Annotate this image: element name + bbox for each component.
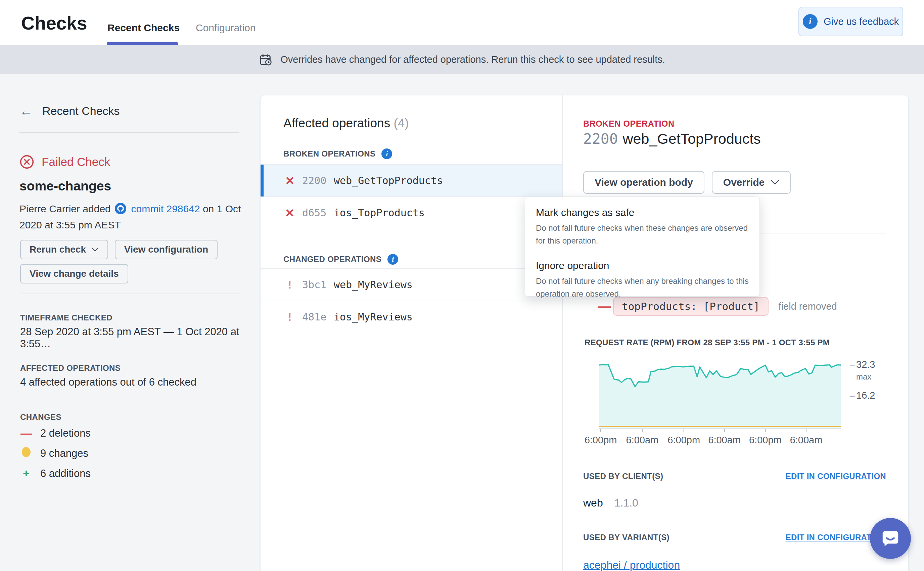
affected-operations-count: (4) bbox=[394, 116, 409, 130]
sidebar-divider bbox=[20, 132, 239, 133]
x-tick-label: 6:00am bbox=[622, 435, 662, 446]
operation-heading-name: web_GetTopProducts bbox=[623, 131, 761, 147]
operation-id: 3bc1 bbox=[302, 279, 326, 290]
check-status: Failed Check bbox=[20, 154, 110, 169]
app-header: Checks Recent Checks Configuration i Giv… bbox=[0, 0, 924, 45]
chevron-down-icon bbox=[770, 180, 779, 185]
broken-operation-kicker: BROKEN OPERATION bbox=[583, 119, 675, 129]
x-tick-label: 6:00am bbox=[786, 435, 826, 446]
notification-message: Overrides have changed for affected oper… bbox=[280, 54, 665, 65]
edit-clients-configuration-link[interactable]: EDIT IN CONFIGURATION bbox=[786, 472, 886, 481]
override-dropdown-menu: Mark changes as safe Do not fail future … bbox=[525, 196, 760, 296]
operation-id: 2200 bbox=[302, 174, 326, 187]
override-notification-banner: Overrides have changed for affected oper… bbox=[0, 45, 924, 74]
commit-description: Pierre Carrier added commit 298642 on 1 … bbox=[20, 201, 242, 233]
menu-item-description: Do not fail future checks when these cha… bbox=[536, 222, 749, 247]
chat-smile-icon bbox=[880, 528, 901, 549]
menu-item-description: Do not fail future checks when any break… bbox=[536, 275, 749, 300]
github-icon bbox=[115, 203, 126, 214]
timeframe-label: TIMEFRAME CHECKED bbox=[20, 313, 112, 323]
x-tick-label: 6:00pm bbox=[745, 435, 785, 446]
view-configuration-button[interactable]: View configuration bbox=[115, 240, 217, 259]
view-operation-body-label: View operation body bbox=[594, 177, 693, 188]
selected-row-indicator bbox=[260, 165, 263, 196]
y-axis-max-sublabel: max bbox=[856, 372, 871, 381]
used-by-clients-label: USED BY CLIENT(S) bbox=[583, 472, 663, 481]
changed-bang-icon: ! bbox=[283, 278, 296, 291]
chat-launcher-button[interactable] bbox=[870, 518, 911, 559]
operation-detail-panel: BROKEN OPERATION 2200web_GetTopProducts … bbox=[583, 96, 886, 571]
operation-row-web-gettopproducts[interactable]: ✕ 2200 web_GetTopProducts bbox=[260, 165, 562, 197]
operation-row-web-myreviews[interactable]: ! 3bc1 web_MyReviews bbox=[260, 269, 562, 301]
addition-icon: + bbox=[20, 467, 32, 480]
menu-item-ignore-operation[interactable]: Ignore operation Do not fail future chec… bbox=[536, 260, 749, 300]
changes-text: 9 changes bbox=[40, 448, 88, 460]
view-change-details-label: View change details bbox=[29, 269, 119, 279]
info-icon[interactable]: i bbox=[382, 148, 392, 159]
give-feedback-button[interactable]: i Give us feedback bbox=[798, 7, 903, 36]
timeframe-value: 28 Sep 2020 at 3:55 pm AEST — 1 Oct 2020… bbox=[20, 326, 242, 350]
changes-deletions: — 2 deletions bbox=[20, 427, 91, 440]
changed-operations-label: CHANGED OPERATIONS bbox=[283, 255, 382, 264]
calendar-clock-icon bbox=[259, 53, 273, 67]
rerun-check-label: Rerun check bbox=[29, 244, 86, 255]
broken-operations-label: BROKEN OPERATIONS bbox=[283, 149, 375, 159]
change-icon bbox=[20, 447, 32, 460]
changes-changed: 9 changes bbox=[20, 447, 88, 460]
back-arrow-icon: ← bbox=[20, 103, 33, 118]
detail-divider bbox=[583, 487, 886, 487]
panel-divider bbox=[562, 96, 563, 571]
deletion-icon: — bbox=[20, 427, 32, 440]
removed-field-icon: — bbox=[598, 299, 610, 314]
operation-id: 481e bbox=[302, 311, 326, 323]
affected-operations-value: 4 affected operations out of 6 checked bbox=[20, 376, 196, 388]
request-rate-plot bbox=[599, 364, 841, 433]
rerun-check-button[interactable]: Rerun check bbox=[20, 240, 108, 259]
broken-x-icon: ✕ bbox=[283, 206, 296, 220]
changes-label: CHANGES bbox=[20, 412, 62, 422]
view-configuration-label: View configuration bbox=[124, 244, 208, 255]
detail-divider bbox=[583, 548, 886, 548]
sidebar-divider bbox=[20, 293, 239, 294]
view-change-details-button[interactable]: View change details bbox=[20, 264, 128, 284]
x-tick-label: 6:00pm bbox=[664, 435, 704, 446]
operation-name: web_GetTopProducts bbox=[334, 174, 443, 187]
chevron-down-icon bbox=[91, 247, 99, 252]
variant-link[interactable]: acephei / production bbox=[583, 559, 680, 571]
tab-configuration[interactable]: Configuration bbox=[196, 22, 256, 34]
tab-recent-checks[interactable]: Recent Checks bbox=[108, 22, 180, 34]
operation-row-ios-topproducts[interactable]: ✕ d655 ios_TopProducts bbox=[260, 197, 562, 229]
commit-link[interactable]: commit 298642 bbox=[131, 203, 200, 214]
check-details-card: Affected operations (4) BROKEN OPERATION… bbox=[260, 95, 909, 571]
detail-divider bbox=[583, 355, 886, 355]
operation-heading-id: 2200 bbox=[583, 130, 618, 147]
x-tick-label: 6:00am bbox=[704, 435, 745, 446]
view-operation-body-button[interactable]: View operation body bbox=[583, 171, 704, 194]
y-axis-dash: – bbox=[850, 360, 855, 370]
y-axis-mid-label: 16.2 bbox=[856, 390, 875, 401]
removed-field-note: field removed bbox=[779, 301, 837, 312]
back-to-recent-checks[interactable]: ← Recent Checks bbox=[20, 103, 120, 118]
operation-name: web_MyReviews bbox=[334, 279, 413, 290]
feedback-button-label: Give us feedback bbox=[824, 16, 899, 27]
menu-item-mark-changes-safe[interactable]: Mark changes as safe Do not fail future … bbox=[536, 207, 749, 247]
affected-operations-title-text: Affected operations bbox=[283, 116, 390, 130]
operation-heading: 2200web_GetTopProducts bbox=[583, 130, 761, 147]
client-version: 1.1.0 bbox=[614, 497, 638, 509]
client-name: web bbox=[583, 497, 603, 509]
changed-bang-icon: ! bbox=[283, 311, 296, 324]
info-icon[interactable]: i bbox=[388, 254, 398, 265]
failed-check-icon bbox=[20, 154, 34, 169]
changes-additions: + 6 additions bbox=[20, 467, 91, 480]
operation-row-ios-myreviews[interactable]: ! 481e ios_MyReviews bbox=[260, 301, 562, 333]
additions-text: 6 additions bbox=[40, 468, 91, 480]
changed-operations-list: ! 3bc1 web_MyReviews ! 481e ios_MyReview… bbox=[260, 269, 562, 333]
deletions-text: 2 deletions bbox=[40, 427, 91, 439]
request-rate-chart: – 32.3 max – 16.2 6:00pm 6:00am 6:00pm 6… bbox=[583, 357, 886, 451]
affected-operations-label: AFFECTED OPERATIONS bbox=[20, 363, 120, 373]
override-button[interactable]: Override bbox=[712, 171, 791, 194]
y-axis-dash: – bbox=[850, 391, 855, 401]
request-rate-chart-title: REQUEST RATE (RPM) FROM 28 SEP 3:55 PM -… bbox=[585, 338, 830, 347]
affected-operations-title: Affected operations (4) bbox=[283, 116, 409, 130]
menu-item-title: Ignore operation bbox=[536, 260, 749, 272]
